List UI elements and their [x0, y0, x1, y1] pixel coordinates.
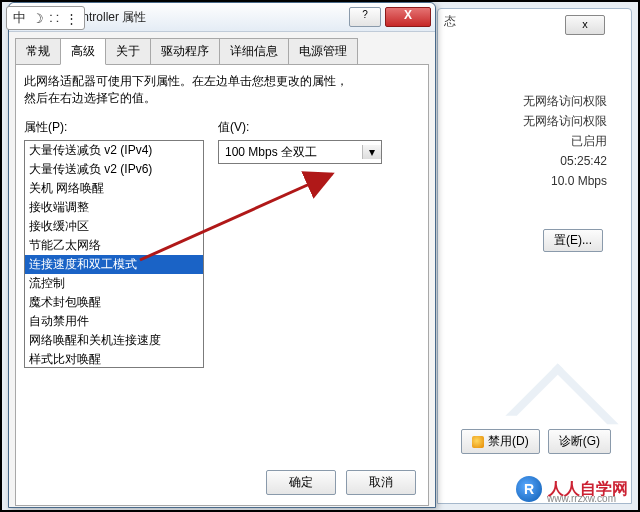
- ime-menu-icon[interactable]: ⋮: [65, 11, 78, 26]
- adapter-properties-dialog: E Family Controller 属性 ? X 常规 高级 关于 驱动程序…: [8, 2, 436, 508]
- value-combobox[interactable]: 100 Mbps 全双工 ▾: [218, 140, 382, 164]
- status-speed: 10.0 Mbps: [444, 171, 607, 191]
- tab-strip: 常规 高级 关于 驱动程序 详细信息 电源管理: [15, 38, 429, 65]
- list-item[interactable]: 自动禁用件: [25, 312, 203, 331]
- status-duration: 05:25:42: [444, 151, 607, 171]
- list-item[interactable]: 大量传送减负 v2 (IPv6): [25, 160, 203, 179]
- ime-moon-icon[interactable]: ☽: [32, 11, 44, 26]
- ok-button[interactable]: 确定: [266, 470, 336, 495]
- list-item[interactable]: 魔术封包唤醒: [25, 293, 203, 312]
- tab-general[interactable]: 常规: [15, 38, 61, 64]
- tab-about[interactable]: 关于: [105, 38, 151, 64]
- cancel-button[interactable]: 取消: [346, 470, 416, 495]
- bg-close-button[interactable]: x: [565, 15, 605, 35]
- ime-toolbar[interactable]: 中 ☽ ⸬ ⋮: [6, 6, 85, 30]
- watermark-logo-icon: [516, 476, 542, 502]
- list-item-selected[interactable]: 连接速度和双工模式: [25, 255, 203, 274]
- network-status-window: 态 x 无网络访问权限 无网络访问权限 已启用 05:25:42 10.0 Mb…: [437, 8, 632, 504]
- screenshot-frame: 中 ☽ ⸬ ⋮ 态 x 无网络访问权限 无网络访问权限 已启用 05:25:42…: [0, 0, 640, 512]
- list-item[interactable]: 大量传送减负 v2 (IPv4): [25, 141, 203, 160]
- shield-icon: [472, 436, 484, 448]
- list-item[interactable]: 节能乙太网络: [25, 236, 203, 255]
- house-watermark-icon: [505, 363, 618, 476]
- connection-status: 无网络访问权限 无网络访问权限 已启用 05:25:42 10.0 Mbps: [444, 91, 625, 191]
- configure-button[interactable]: 置(E)...: [543, 229, 603, 252]
- ime-han[interactable]: 中: [13, 9, 26, 27]
- close-button[interactable]: X: [385, 7, 431, 27]
- panel-description: 此网络适配器可使用下列属性。在左边单击您想更改的属性， 然后在右边选择它的值。: [24, 73, 420, 107]
- combo-value: 100 Mbps 全双工: [219, 144, 362, 161]
- help-button[interactable]: ?: [349, 7, 381, 27]
- advanced-panel: 此网络适配器可使用下列属性。在左边单击您想更改的属性， 然后在右边选择它的值。 …: [15, 65, 429, 506]
- tab-details[interactable]: 详细信息: [219, 38, 289, 64]
- list-item[interactable]: 关机 网络唤醒: [25, 179, 203, 198]
- list-item[interactable]: 样式比对唤醒: [25, 350, 203, 368]
- property-label: 属性(P):: [24, 119, 204, 136]
- watermark-url: www.rrzxw.com: [547, 493, 616, 504]
- value-label: 值(V):: [218, 119, 382, 136]
- ime-sym-icon[interactable]: ⸬: [50, 10, 59, 26]
- status-media: 已启用: [444, 131, 607, 151]
- property-listbox[interactable]: 大量传送减负 v2 (IPv4) 大量传送减负 v2 (IPv6) 关机 网络唤…: [24, 140, 204, 368]
- tab-advanced[interactable]: 高级: [60, 38, 106, 65]
- list-item[interactable]: 接收端调整: [25, 198, 203, 217]
- list-item[interactable]: 接收缓冲区: [25, 217, 203, 236]
- list-item[interactable]: 网络唤醒和关机连接速度: [25, 331, 203, 350]
- watermark: 人人自学网 www.rrzxw.com: [516, 476, 628, 502]
- list-item[interactable]: 流控制: [25, 274, 203, 293]
- status-ipv6: 无网络访问权限: [444, 111, 607, 131]
- chevron-down-icon[interactable]: ▾: [362, 145, 381, 159]
- bg-title-fragment: 态: [438, 9, 462, 34]
- tab-power[interactable]: 电源管理: [288, 38, 358, 64]
- status-ipv4: 无网络访问权限: [444, 91, 607, 111]
- tab-driver[interactable]: 驱动程序: [150, 38, 220, 64]
